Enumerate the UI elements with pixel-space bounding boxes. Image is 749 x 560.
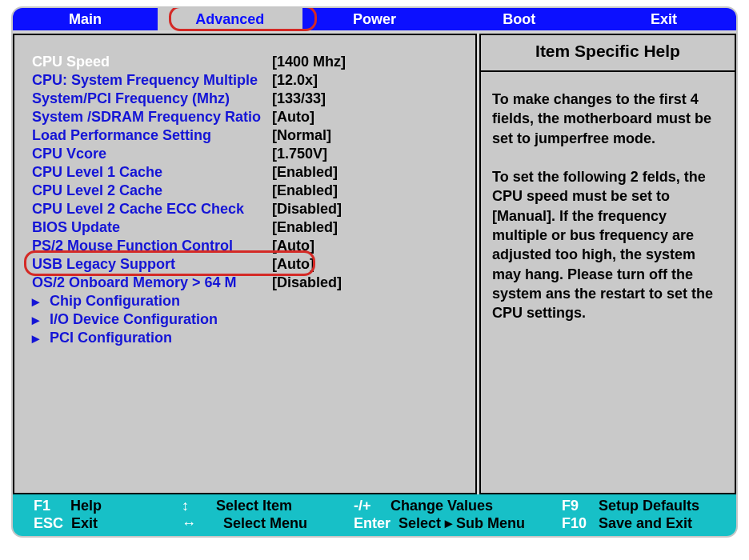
tab-bar: MainAdvancedPowerBootExit bbox=[13, 8, 736, 30]
setting-row[interactable]: ▸I/O Device Configuration bbox=[32, 310, 467, 329]
setting-label: CPU Speed bbox=[32, 54, 272, 70]
setting-label: Load Performance Setting bbox=[32, 127, 272, 144]
submenu-triangle-icon: ▸ bbox=[32, 311, 50, 329]
tab-advanced[interactable]: Advanced bbox=[158, 8, 302, 30]
setting-label: System/PCI Frequency (Mhz) bbox=[32, 90, 272, 107]
setting-value: Auto bbox=[272, 109, 314, 126]
setting-label: CPU: System Frequency Multiple bbox=[32, 72, 272, 89]
setting-value: Enabled bbox=[272, 164, 338, 181]
setting-row[interactable]: CPU: System Frequency Multiple12.0x bbox=[32, 71, 467, 90]
setting-value: 1400 Mhz bbox=[272, 54, 346, 70]
setting-label: BIOS Update bbox=[32, 219, 272, 236]
setting-label: USB Legacy Support bbox=[32, 256, 272, 273]
setting-label: CPU Level 2 Cache ECC Check bbox=[32, 201, 272, 218]
setting-value: Auto bbox=[272, 238, 314, 254]
setting-label: OS/2 Onboard Memory > 64 M bbox=[32, 274, 272, 291]
setting-label: System /SDRAM Frequency Ratio bbox=[32, 109, 272, 126]
setting-row[interactable]: CPU Level 2 CacheEnabled bbox=[32, 182, 467, 200]
submenu-triangle-icon: ▸ bbox=[32, 330, 50, 347]
setting-label: PS/2 Mouse Function Control bbox=[32, 238, 272, 254]
setting-value: 133/33 bbox=[272, 90, 326, 107]
help-text: To make changes to the first 4 fields, t… bbox=[481, 72, 735, 341]
setting-label: CPU Level 1 Cache bbox=[32, 164, 272, 181]
setting-row[interactable]: CPU Level 2 Cache ECC CheckDisabled bbox=[32, 200, 467, 218]
setting-label: CPU Level 2 Cache bbox=[32, 182, 272, 199]
hint-plusminus: -/+Change Values bbox=[354, 497, 562, 514]
setting-label: I/O Device Configuration bbox=[50, 311, 290, 328]
tab-boot[interactable]: Boot bbox=[447, 8, 591, 30]
setting-row[interactable]: CPU Speed1400 Mhz bbox=[32, 53, 467, 71]
submenu-triangle-icon: ▸ bbox=[32, 293, 50, 310]
setting-value: Disabled bbox=[272, 274, 342, 291]
help-title: Item Specific Help bbox=[481, 35, 735, 72]
setting-label: CPU Vcore bbox=[32, 146, 272, 162]
bios-window: MainAdvancedPowerBootExit CPU Speed1400 … bbox=[11, 6, 738, 538]
setting-row[interactable]: CPU Vcore1.750V bbox=[32, 145, 467, 163]
tab-power[interactable]: Power bbox=[302, 8, 447, 30]
setting-value: Enabled bbox=[272, 182, 338, 199]
setting-value: Auto bbox=[272, 256, 314, 273]
setting-row[interactable]: OS/2 Onboard Memory > 64 MDisabled bbox=[32, 274, 467, 292]
setting-value: 1.750V bbox=[272, 146, 327, 162]
hint-f1: F1Help bbox=[34, 497, 182, 514]
hint-esc: ESCExit bbox=[34, 514, 182, 532]
help-pane: Item Specific Help To make changes to th… bbox=[479, 34, 736, 494]
hint-enter: EnterSelect ▸ Sub Menu bbox=[354, 514, 562, 532]
hint-f10: F10Save and Exit bbox=[562, 514, 715, 532]
tab-main[interactable]: Main bbox=[13, 8, 158, 30]
settings-pane: CPU Speed1400 MhzCPU: System Frequency M… bbox=[13, 34, 477, 494]
setting-value: Normal bbox=[272, 127, 331, 144]
setting-row[interactable]: CPU Level 1 CacheEnabled bbox=[32, 163, 467, 182]
setting-row[interactable]: USB Legacy SupportAuto bbox=[32, 255, 467, 274]
setting-value: Disabled bbox=[272, 201, 342, 218]
setting-row[interactable]: Load Performance SettingNormal bbox=[32, 126, 467, 145]
setting-row[interactable]: BIOS UpdateEnabled bbox=[32, 218, 467, 237]
tab-exit[interactable]: Exit bbox=[591, 8, 736, 30]
setting-label: Chip Configuration bbox=[50, 293, 290, 310]
hint-f9: F9Setup Defaults bbox=[562, 497, 715, 514]
setting-row[interactable]: ▸PCI Configuration bbox=[32, 329, 467, 347]
setting-row[interactable]: PS/2 Mouse Function ControlAuto bbox=[32, 237, 467, 255]
settings-list: CPU Speed1400 MhzCPU: System Frequency M… bbox=[32, 53, 467, 347]
setting-row[interactable]: ▸Chip Configuration bbox=[32, 292, 467, 310]
setting-row[interactable]: System/PCI Frequency (Mhz)133/33 bbox=[32, 90, 467, 108]
setting-row[interactable]: System /SDRAM Frequency RatioAuto bbox=[32, 108, 467, 126]
setting-label: PCI Configuration bbox=[50, 330, 290, 346]
hint-updown: ↕Select Item bbox=[182, 497, 354, 514]
footer-hints: F1Help ↕Select Item -/+Change Values F9S… bbox=[13, 494, 736, 536]
setting-value: Enabled bbox=[272, 219, 338, 236]
setting-value: 12.0x bbox=[272, 72, 318, 89]
hint-leftright: ↔Select Menu bbox=[182, 514, 354, 532]
